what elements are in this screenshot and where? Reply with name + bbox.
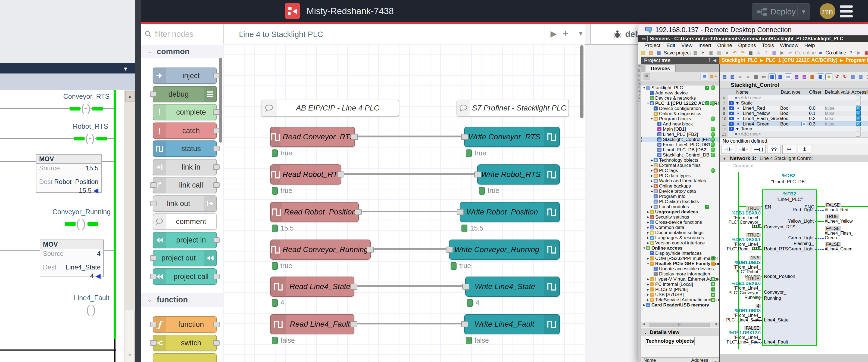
tree-item[interactable]: ≡Device configuration: [641, 106, 719, 111]
tree-item[interactable]: ▶▭Hyper-V Virtual Ethernet Adapter▦: [641, 277, 719, 282]
tree-item[interactable]: ≣PLC alarm text lists: [641, 199, 719, 204]
write-node[interactable]: Write Conveyor_RTS: [464, 127, 560, 147]
tag-datatype[interactable]: Bool: [780, 116, 801, 121]
tree-item[interactable]: ▶▭TeleService [Automatic protoco...▦: [641, 297, 719, 302]
add-flow-button[interactable]: +: [559, 27, 572, 40]
node-output-port[interactable]: [213, 73, 220, 78]
palette-node-link call[interactable]: link call: [153, 177, 217, 193]
lad-element-button[interactable]: —( ): [752, 145, 766, 154]
palette-scrollbar-thumb[interactable]: [219, 45, 222, 143]
read-node[interactable]: Read Line4_Fault: [270, 314, 354, 334]
tree-item[interactable]: +Add new block: [641, 121, 719, 127]
write-node[interactable]: Write Line4_State: [465, 277, 560, 297]
node-input-port[interactable]: [150, 91, 157, 97]
palette-node-status[interactable]: status: [153, 140, 217, 157]
hamburger-menu-icon[interactable]: [840, 5, 853, 18]
accessible-checkbox[interactable]: [856, 95, 861, 101]
toolbar-icon[interactable]: ⇩: [755, 50, 762, 56]
node-input-port[interactable]: [457, 209, 464, 215]
write-node[interactable]: Write Robot_Position: [460, 202, 560, 222]
tree-item[interactable]: ▸Main [OB1]: [641, 127, 719, 132]
tree-item[interactable]: ▶▤Security settings: [641, 215, 719, 220]
tag-row[interactable]: 12◄▼ Temp: [720, 126, 868, 132]
accessible-checkbox[interactable]: [856, 101, 861, 106]
palette-node-catch[interactable]: !catch: [153, 122, 217, 139]
input-operand[interactable]: 4%DB1.DBD8"From_Line4_PLC".Line4_State: [720, 304, 761, 322]
tag-toolbar-icon[interactable]: ↺: [834, 74, 840, 80]
tag-toolbar-icon[interactable]: ▦: [849, 74, 856, 80]
tree-collapse-icon[interactable]: ▼: [646, 102, 650, 105]
node-input-port[interactable]: [150, 201, 157, 206]
node-output-port[interactable]: [350, 321, 358, 327]
output-operand[interactable]: FALSE#Line4_Red: [825, 203, 868, 212]
lad-element-button[interactable]: ↥: [798, 145, 811, 154]
tag-datatype[interactable]: Bool: [780, 106, 801, 111]
ladder-rung-canvas[interactable]: [0, 90, 124, 362]
toolbar-icon[interactable]: ▤: [692, 50, 699, 56]
palette-node-link in[interactable]: link in: [153, 159, 217, 175]
breadcrumb-item[interactable]: PLC_1 [CPU 1212C AC/DC/Rly]: [766, 57, 837, 63]
toolbar-icon[interactable]: ▶: [856, 50, 862, 56]
tree-expand-icon[interactable]: ▶: [646, 216, 650, 219]
tree-expand-icon[interactable]: ▶: [650, 164, 654, 167]
toolbar-icon[interactable]: ✂: [700, 50, 707, 56]
tree-item[interactable]: ◔Display more information: [641, 271, 719, 277]
tree-expand-icon[interactable]: ▶: [646, 278, 650, 281]
tag-name[interactable]: Line4_Green: [743, 121, 783, 127]
node-input-port[interactable]: [150, 183, 157, 188]
input-operand[interactable]: TRUE%DB1.DBX6.0"From_Line4_PLC".Conveyor…: [720, 277, 761, 300]
tree-hscrollbar[interactable]: ◀▶ ||||: [641, 322, 719, 328]
tag-row[interactable]: 8◄Line4_Red■Bool0.0false✓: [720, 106, 868, 111]
write-node[interactable]: Write Robot_RTS: [477, 164, 560, 185]
details-view-tab[interactable]: Technology objects: [645, 337, 694, 345]
tree-expand-icon[interactable]: ▶: [650, 205, 654, 208]
breadcrumb-item[interactable]: Program blocks: [845, 57, 868, 63]
toolbar-icon[interactable]: ⇧: [763, 50, 770, 56]
node-input-port[interactable]: [461, 321, 468, 327]
rdp-titlebar[interactable]: 192.168.0.137 - Remote Desktop Connectio…: [638, 24, 868, 35]
node-output-port[interactable]: [213, 109, 220, 115]
tree-expand-icon[interactable]: ▶: [646, 211, 650, 214]
tag-name[interactable]: <Add new>: [738, 132, 779, 137]
toolbar-icon[interactable]: ▦: [655, 50, 662, 56]
palette-node-debug[interactable]: debug: [153, 86, 217, 102]
node-input-port[interactable]: [150, 255, 157, 261]
palette-section-function[interactable]: ⌄function: [141, 293, 223, 306]
tag-name[interactable]: ▼ Static: [735, 101, 776, 106]
tree-item[interactable]: ▶◆Online backups: [641, 184, 719, 189]
tree-item[interactable]: ▶▭USB [S7USB]▦: [641, 292, 719, 297]
toolbar-icon[interactable]: ▣: [863, 50, 868, 56]
tree-expand-icon[interactable]: ▶: [646, 293, 650, 296]
palette-section-common[interactable]: ⌄common: [141, 45, 223, 58]
fbd-network-canvas[interactable]: %DB2"Line4_PLC_DB"%FB2"Line4_PLC"ENENOCo…: [720, 169, 868, 354]
node-output-port[interactable]: [213, 146, 220, 151]
tag-row[interactable]: 13<Add new>■: [720, 132, 868, 137]
column-header-default-value[interactable]: Default value: [823, 89, 850, 95]
palette-node-inject[interactable]: inject: [153, 67, 217, 84]
tree-item[interactable]: ▶▤Documentation settings: [641, 230, 719, 235]
deploy-options-caret[interactable]: ▼: [798, 9, 810, 15]
tag-name[interactable]: Line4_Red: [743, 106, 783, 111]
write-node[interactable]: Write Conveyor_Running: [449, 240, 560, 260]
output-operand[interactable]: FALSE#Line4_Green: [825, 242, 868, 251]
menu-options[interactable]: Options: [738, 43, 756, 49]
palette-node-complete[interactable]: !complete: [153, 104, 217, 120]
tag-datatype[interactable]: Bool: [780, 121, 801, 127]
deploy-button[interactable]: Deploy ▼: [752, 3, 810, 20]
tree-item[interactable]: ▶▭PC internal [Local]▦: [641, 282, 719, 287]
lad-element-button[interactable]: ⊣/⊢: [737, 145, 750, 154]
read-node[interactable]: Read Line4_State: [270, 277, 354, 297]
tree-expand-icon[interactable]: ▶: [650, 185, 654, 188]
tree-item[interactable]: ▶▭Card Reader/USB memory: [641, 302, 719, 308]
node-output-port[interactable]: [350, 284, 358, 289]
tree-expand-icon[interactable]: ▶: [646, 231, 650, 234]
toolbar-icon[interactable]: ▣: [708, 50, 714, 56]
toolbar-icon[interactable]: ↶: [732, 50, 738, 56]
tree-expand-icon[interactable]: ▶: [650, 159, 654, 162]
palette-node-function[interactable]: ƒfunction: [153, 316, 217, 333]
menu-help[interactable]: Help: [804, 43, 815, 49]
column-header-name[interactable]: Name: [735, 89, 779, 95]
tag-toolbar-icon[interactable]: ▭: [785, 74, 792, 80]
tree-expand-icon[interactable]: ▶: [646, 257, 650, 260]
tag-name[interactable]: Line4_Yellow: [743, 111, 783, 116]
